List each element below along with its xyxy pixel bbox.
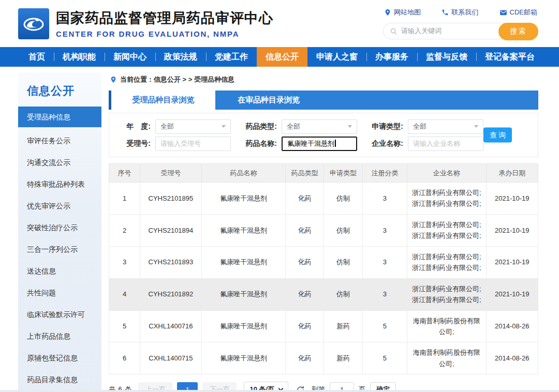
nav-item[interactable]: 申请人之窗 xyxy=(307,47,366,67)
sidebar-item[interactable]: 受理品种信息 xyxy=(18,107,101,127)
drug-type-select[interactable]: 全部 xyxy=(282,119,357,134)
drug-name-label: 药品名称: xyxy=(236,139,277,148)
table-column-header: 企业名称 xyxy=(407,164,487,183)
table-row[interactable]: 6CXHL1400715氟康唑干混悬剂化药新药5海南普利制药股份有限公司;201… xyxy=(109,342,538,374)
table-cell: CYHS2101894 xyxy=(140,214,201,246)
nav-item[interactable]: 机构职能 xyxy=(54,47,105,67)
table-cell: 浙江普利药业有限公司;浙江普利药业有限公司; xyxy=(407,246,487,278)
sidebar-item[interactable]: 共性问题 xyxy=(18,282,101,304)
nav-item[interactable]: 监督与反馈 xyxy=(417,47,476,67)
table-column-header: 受理号 xyxy=(140,164,201,183)
table-cell: 化药 xyxy=(286,214,324,246)
table-column-header: 药品类型 xyxy=(286,164,324,183)
table-row[interactable]: 1CYHS2101895氟康唑干混悬剂化药仿制3浙江普利药业有限公司;浙江普利药… xyxy=(109,183,538,215)
table-cell: 3 xyxy=(362,214,407,246)
table-header-row: 序号受理号药品名称药品类型申请类型注册分类企业名称承办日期 xyxy=(109,164,538,183)
nav-item-label: 办事服务 xyxy=(375,52,408,63)
apply-type-filter: 申请类型: 全部 xyxy=(362,119,483,134)
sidebar-item[interactable]: 沟通交流公示 xyxy=(18,152,101,173)
sidebar-item[interactable]: 送达信息 xyxy=(18,260,101,282)
table-cell: 浙江普利药业有限公司;浙江普利药业有限公司; xyxy=(407,278,487,310)
sidebar-item[interactable]: 三合一序列公示 xyxy=(18,238,101,260)
sidebar-item[interactable]: 药品目录集信息 xyxy=(18,369,101,390)
brand: 国家药品监督管理局药品审评中心 CENTER FOR DRUG EVALUATI… xyxy=(18,8,273,39)
envelope-icon xyxy=(499,9,507,17)
cde-swan-logo xyxy=(18,8,49,39)
breadcrumb-text: 当前位置：信息公开 > > 受理品种信息 xyxy=(120,75,234,84)
table-cell: 2014-08-26 xyxy=(486,310,538,342)
table-row[interactable]: 2CYHS2101894氟康唑干混悬剂化药仿制3浙江普利药业有限公司;浙江普利药… xyxy=(109,214,538,246)
tab-under-review-catalog[interactable]: 在审品种目录浏览 xyxy=(215,91,322,110)
nav-item[interactable]: 政策法规 xyxy=(155,47,206,67)
site-titles: 国家药品监督管理局药品审评中心 CENTER FOR DRUG EVALUATI… xyxy=(56,9,273,38)
table-cell: 5 xyxy=(109,310,140,342)
tab-accepted-catalog[interactable]: 受理品种目录浏览 xyxy=(109,91,215,110)
search-button[interactable]: 搜索 xyxy=(498,23,538,40)
phone-icon xyxy=(442,9,449,16)
nav-item[interactable]: 办事服务 xyxy=(366,47,417,67)
nav-item[interactable]: 信息公开 xyxy=(257,47,307,67)
company-filter: 企业名称: 请输入企业名称 xyxy=(362,137,483,151)
sidebar-item[interactable]: 原辅包登记信息 xyxy=(18,347,101,369)
nav-item[interactable]: 党建工作 xyxy=(206,47,257,67)
nav-item[interactable]: 首页 xyxy=(20,47,54,67)
query-button[interactable]: 查询 xyxy=(483,128,512,143)
text-cursor xyxy=(335,140,336,147)
apply-type-select[interactable]: 全部 xyxy=(408,119,483,134)
table-cell: 新药 xyxy=(324,342,362,374)
company-input[interactable]: 请输入企业名称 xyxy=(408,137,483,151)
chevron-down-icon xyxy=(222,125,226,128)
search-icon xyxy=(390,27,398,35)
table-column-header: 序号 xyxy=(109,164,140,183)
nav-item[interactable]: 登记备案平台 xyxy=(476,47,543,67)
top-nav: 首页机构职能新闻中心政策法规党建工作信息公开申请人之窗办事服务监督与反馈登记备案… xyxy=(0,47,559,67)
site-title-en: CENTER FOR DRUG EVALUATION, NMPA xyxy=(56,29,273,38)
contact-label: 联系我们 xyxy=(451,8,478,17)
table-cell: 仿制 xyxy=(324,278,362,310)
sidebar-item[interactable]: 审评任务公示 xyxy=(18,130,101,152)
table-cell: 仿制 xyxy=(324,183,362,215)
table-column-header: 申请类型 xyxy=(324,164,362,183)
table-cell: 氟康唑干混悬剂 xyxy=(201,278,286,310)
content: 信息公开 受理品种信息审评任务公示沟通交流公示特殊审批品种列表优先审评公示突破性… xyxy=(0,67,559,392)
cde-mail-link[interactable]: CDE邮箱 xyxy=(499,8,537,17)
table-column-header: 承办日期 xyxy=(486,164,538,183)
drug-name-input[interactable]: 氟康唑干混悬剂 xyxy=(282,137,357,151)
drug-name-filter: 药品名称: 氟康唑干混悬剂 xyxy=(236,137,357,151)
sidebar-item[interactable]: 上市药品信息 xyxy=(18,325,101,347)
table-cell: 浙江普利药业有限公司;浙江普利药业有限公司; xyxy=(407,183,487,215)
site-search-input[interactable]: 请输入关键词 搜索 xyxy=(383,23,538,39)
sidebar: 信息公开 受理品种信息审评任务公示沟通交流公示特殊审批品种列表优先审评公示突破性… xyxy=(18,72,101,392)
table-cell: 氟康唑干混悬剂 xyxy=(201,214,286,246)
table-cell: 仿制 xyxy=(324,214,362,246)
breadcrumb: 当前位置：信息公开 > > 受理品种信息 xyxy=(110,75,538,84)
nav-item[interactable]: 新闻中心 xyxy=(105,47,155,67)
year-select[interactable]: 全部 xyxy=(155,119,231,134)
site-header: 国家药品监督管理局药品审评中心 CENTER FOR DRUG EVALUATI… xyxy=(0,0,559,47)
table-column-header: 药品名称 xyxy=(201,164,286,183)
table-row[interactable]: 3CYHS2101893氟康唑干混悬剂化药仿制3浙江普利药业有限公司;浙江普利药… xyxy=(109,246,538,278)
sidebar-item[interactable]: 特殊审批品种列表 xyxy=(18,173,101,195)
year-filter: 年 度: 全部 xyxy=(109,119,231,134)
quick-links: 网站地图 联系我们 CDE邮箱 xyxy=(383,8,538,17)
sidebar-item[interactable]: 优先审评公示 xyxy=(18,195,101,217)
table-cell: 2014-08-26 xyxy=(486,342,538,374)
table-row[interactable]: 4CYHS2101892氟康唑干混悬剂化药仿制3浙江普利药业有限公司;浙江普利药… xyxy=(109,278,538,310)
sidebar-item[interactable]: 突破性治疗公示 xyxy=(18,217,101,238)
page: 国家药品监督管理局药品审评中心 CENTER FOR DRUG EVALUATI… xyxy=(0,0,559,392)
table-row[interactable]: 5CXHL1400716氟康唑干混悬剂化药新药5海南普利制药股份有限公司;201… xyxy=(109,310,538,342)
acceptance-no-input[interactable]: 请输入受理号 xyxy=(155,137,231,151)
sidebar-item[interactable]: 临床试验默示许可 xyxy=(18,304,101,325)
table-cell: 氟康唑干混悬剂 xyxy=(201,310,286,342)
sitemap-link[interactable]: 网站地图 xyxy=(384,8,421,17)
table-cell: 2021-10-19 xyxy=(486,183,538,215)
acceptance-no-filter: 受理号: 请输入受理号 xyxy=(109,137,231,151)
filter-panel: 年 度: 全部 药品类型: 全部 申请类型: xyxy=(109,113,538,157)
table-cell: 5 xyxy=(362,310,407,342)
sidebar-title: 信息公开 xyxy=(18,72,101,107)
chevron-down-icon xyxy=(348,125,352,128)
table-cell: 浙江普利药业有限公司;浙江普利药业有限公司; xyxy=(407,214,487,246)
contact-link[interactable]: 联系我们 xyxy=(442,8,478,17)
nav-item-label: 党建工作 xyxy=(215,52,248,63)
table-cell: CYHS2101895 xyxy=(140,183,201,215)
